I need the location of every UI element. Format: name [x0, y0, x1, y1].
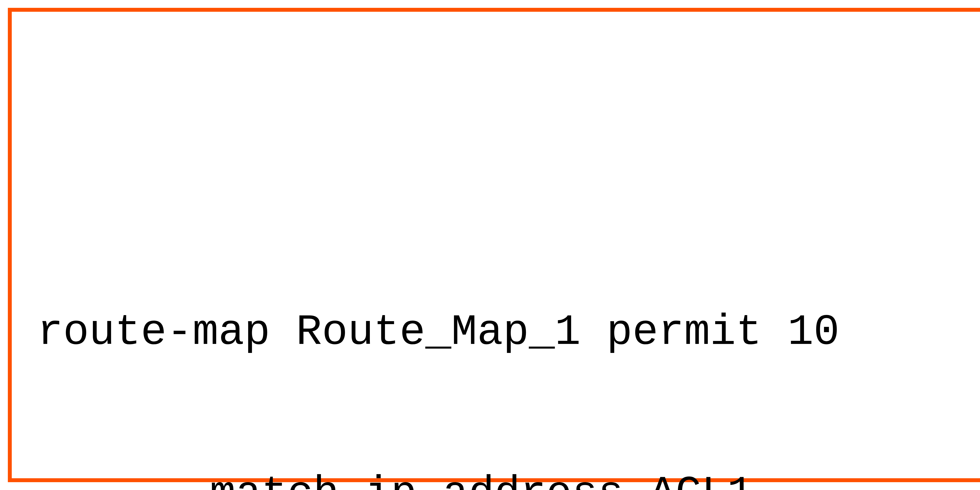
document-frame: PIVIT route-map Route_Map_1 permit 10 ma…: [8, 8, 980, 482]
code-line-2: match ip address ACL1: [37, 467, 840, 490]
code-block: route-map Route_Map_1 permit 10 match ip…: [37, 198, 840, 490]
code-line-1: route-map Route_Map_1 permit 10: [37, 306, 840, 359]
